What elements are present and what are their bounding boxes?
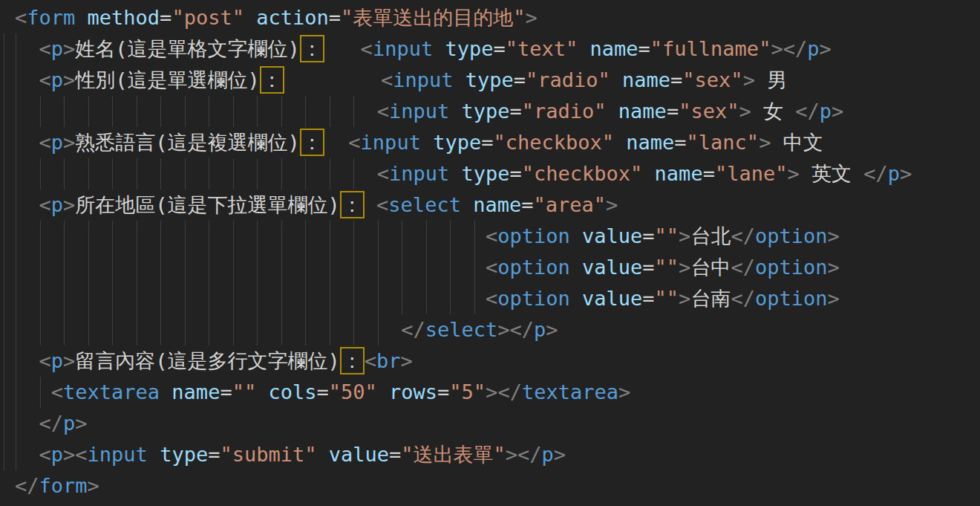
indent-guide xyxy=(137,314,137,346)
indent-guide xyxy=(257,96,258,127)
code-token: p xyxy=(51,37,63,60)
code-line[interactable]: </select></p> xyxy=(0,314,980,346)
code-token: = xyxy=(481,131,493,154)
indent-guide xyxy=(450,283,451,314)
code-token: = xyxy=(510,100,522,123)
code-token: "50" xyxy=(329,380,377,403)
code-line[interactable]: <option value="">台北</option> xyxy=(0,221,980,252)
code-token: "radio" xyxy=(526,68,610,91)
indent-guide xyxy=(137,252,137,283)
code-token: < xyxy=(365,349,376,372)
indent-guide xyxy=(16,377,16,408)
code-token: form xyxy=(27,6,75,29)
code-token: < xyxy=(39,443,51,466)
indent-guide xyxy=(160,158,161,189)
code-line[interactable]: </form> xyxy=(0,470,980,502)
code-token: < xyxy=(361,37,373,60)
indent-guide xyxy=(209,221,209,252)
code-editor[interactable]: <form method="post" action="表單送出的目的地"> <… xyxy=(0,0,980,506)
indent-guide xyxy=(40,252,41,283)
code-token: method xyxy=(88,6,160,29)
indent-guide xyxy=(281,283,282,314)
code-token: < xyxy=(377,162,389,185)
code-token: < xyxy=(381,68,393,91)
code-lines-container: <form method="post" action="表單送出的目的地"> <… xyxy=(0,2,980,502)
code-token: option xyxy=(497,224,570,247)
indent-guide xyxy=(16,127,16,158)
code-token: > xyxy=(75,412,87,435)
indent-guide xyxy=(353,283,354,314)
code-token: "post" xyxy=(172,6,244,29)
indent-guide xyxy=(257,283,258,314)
indent-guide xyxy=(40,221,41,252)
indent-guide xyxy=(137,283,137,314)
code-line[interactable]: <p>留言內容(這是多行文字欄位)：<br> xyxy=(0,346,980,377)
code-token: 中文 xyxy=(771,131,823,154)
indent-guide xyxy=(330,283,330,314)
code-token: = xyxy=(670,68,682,91)
indent-guide xyxy=(88,283,89,314)
code-token: > xyxy=(526,6,538,29)
code-token: input xyxy=(389,162,449,185)
code-token: > xyxy=(497,318,509,341)
code-token: value xyxy=(329,443,389,466)
code-token: 台南 xyxy=(690,287,731,310)
code-token: = xyxy=(329,6,341,29)
indent-guide xyxy=(426,221,427,252)
code-token: = xyxy=(703,162,715,185)
code-token: input xyxy=(393,68,453,91)
code-line[interactable]: <input type="radio" name="sex"> 女 </p> xyxy=(0,96,980,127)
indent-guide xyxy=(16,314,16,346)
indent-guide xyxy=(64,314,65,346)
code-line[interactable]: </p> xyxy=(0,408,980,439)
indent-guide xyxy=(257,221,258,252)
code-line[interactable]: <option value="">台南</option> xyxy=(0,283,980,314)
code-token: rows xyxy=(389,380,437,403)
code-token: "" xyxy=(655,256,679,279)
indent-guide xyxy=(160,314,161,346)
code-token xyxy=(256,380,268,403)
code-token: </ xyxy=(39,412,64,435)
code-token: > xyxy=(827,224,839,247)
code-token: input xyxy=(88,443,148,466)
indent-guide xyxy=(16,158,16,189)
code-token: > xyxy=(546,318,558,341)
code-line[interactable]: <p>所在地區(這是下拉選單欄位)： <select name="area"> xyxy=(0,189,980,221)
code-token: = xyxy=(638,37,650,60)
indent-guide xyxy=(209,283,209,314)
code-token: "text" xyxy=(506,37,578,60)
code-token: < xyxy=(486,224,497,247)
code-line[interactable]: <form method="post" action="表單送出的目的地"> xyxy=(0,2,980,33)
code-token: </ xyxy=(863,162,888,185)
code-token: > xyxy=(618,380,630,403)
code-token: > xyxy=(63,37,75,60)
code-line[interactable]: <option value="">台中</option> xyxy=(0,252,980,283)
code-line[interactable]: <input type="checkbox" name="lane"> 英文 <… xyxy=(0,158,980,189)
indent-guide xyxy=(16,283,16,314)
code-token: = xyxy=(521,193,533,216)
code-token: p xyxy=(51,68,63,91)
code-token: name xyxy=(473,193,521,216)
code-token: input xyxy=(389,100,449,123)
code-token: 女 xyxy=(751,100,796,123)
code-token: select xyxy=(425,318,498,341)
code-token xyxy=(421,131,433,154)
code-line[interactable]: <p>熟悉語言(這是複選欄位)： <input type="checkbox" … xyxy=(0,127,980,158)
indent-guide xyxy=(305,314,306,346)
code-token: p xyxy=(51,131,63,154)
code-token xyxy=(570,256,582,279)
code-line[interactable]: <p>姓名(這是單格文字欄位)： <input type="text" name… xyxy=(0,33,980,65)
indent-guide xyxy=(185,221,186,252)
code-token: > xyxy=(900,162,912,185)
indent-guide xyxy=(16,33,16,65)
code-line[interactable]: <textarea name="" cols="50" rows="5"></t… xyxy=(0,377,980,408)
code-token: 性別(這是單選欄位) xyxy=(75,68,260,91)
code-line[interactable]: <p><input type="submit" value="送出表單"></p… xyxy=(0,439,980,470)
code-token: p xyxy=(51,193,63,216)
code-token xyxy=(449,100,461,123)
code-token: select xyxy=(388,193,461,216)
code-token: option xyxy=(755,287,828,310)
code-line[interactable]: <p>性別(這是單選欄位)： <input type="radio" name=… xyxy=(0,65,980,96)
code-token: </ xyxy=(731,224,755,247)
code-token: < xyxy=(376,193,388,216)
